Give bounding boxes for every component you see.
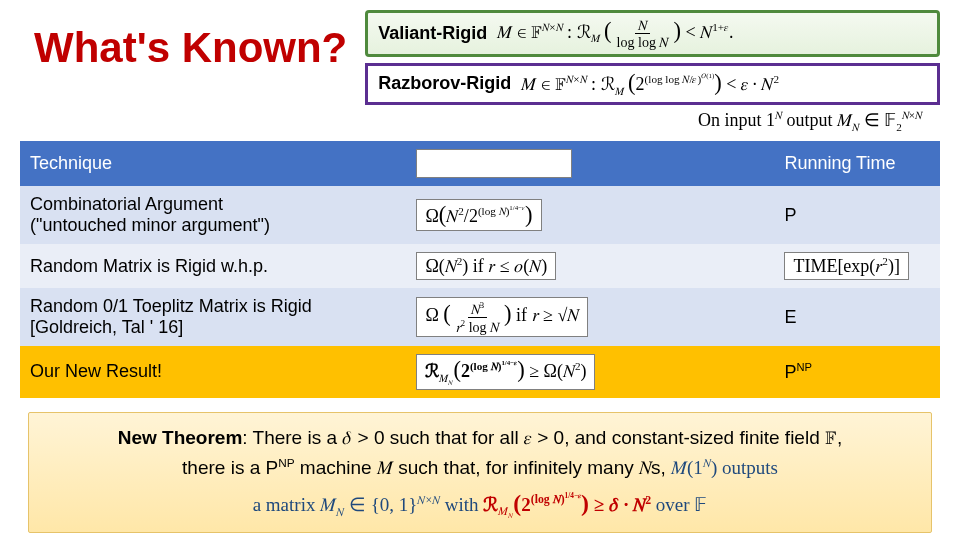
definitions: Valiant-Rigid 𝑀 ∈ 𝔽𝑁×𝑁 : ℛ𝑀 (𝑁log log 𝑁)… bbox=[365, 10, 940, 105]
table-row: Random Matrix is Rigid w.h.p. Ω(𝑁2) if 𝑟… bbox=[20, 244, 940, 288]
header-running: Running Time bbox=[774, 141, 940, 186]
razborov-rigid-box: Razborov-Rigid 𝑀 ∈ 𝔽𝑁×𝑁 : ℛ𝑀 (2(log log … bbox=[365, 63, 940, 105]
page-title: What's Known? bbox=[34, 24, 347, 72]
razborov-rigid-label: Razborov-Rigid bbox=[378, 73, 511, 94]
results-table: Technique Setting 𝑟 = 2(log 𝑁)1/4−𝜀 Runn… bbox=[20, 141, 940, 398]
table-row: Our New Result! ℛ𝑀𝑁(2(log 𝑁)1/4−𝜀) ≥ Ω(𝑁… bbox=[20, 346, 940, 398]
input-output-line: On input 1𝑁 output 𝑀𝑁 ∈ 𝔽2𝑁×𝑁 bbox=[20, 105, 940, 140]
table-row: Combinatorial Argument ("untouched minor… bbox=[20, 186, 940, 244]
valiant-rigid-box: Valiant-Rigid 𝑀 ∈ 𝔽𝑁×𝑁 : ℛ𝑀 (𝑁log log 𝑁)… bbox=[365, 10, 940, 57]
razborov-rigid-formula: 𝑀 ∈ 𝔽𝑁×𝑁 : ℛ𝑀 (2(log log 𝑁/𝜀)𝑂(1)) < 𝜀 ·… bbox=[521, 70, 779, 98]
new-theorem-box: New Theorem: There is a 𝛿 > 0 such that … bbox=[28, 412, 932, 534]
table-row: Random 0/1 Toeplitz Matrix is Rigid [Gol… bbox=[20, 288, 940, 346]
header-setting: Setting 𝑟 = 2(log 𝑁)1/4−𝜀 bbox=[406, 141, 774, 186]
valiant-rigid-formula: 𝑀 ∈ 𝔽𝑁×𝑁 : ℛ𝑀 (𝑁log log 𝑁) < 𝑁1+𝜀. bbox=[497, 17, 733, 50]
valiant-rigid-label: Valiant-Rigid bbox=[378, 23, 487, 44]
header-technique: Technique bbox=[20, 141, 406, 186]
